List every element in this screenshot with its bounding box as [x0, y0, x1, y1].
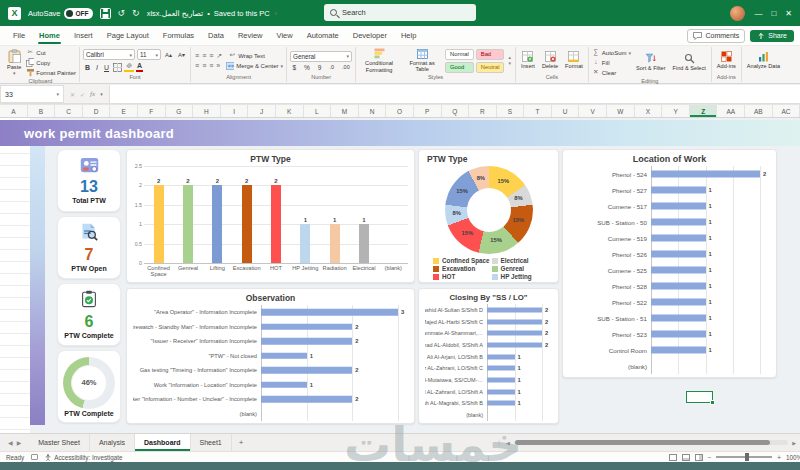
- document-title[interactable]: تصاريح العمل.xlsx • Saved to this PC ∨: [147, 9, 278, 18]
- observation-chart[interactable]: Observation"Area Operator" - Information…: [126, 288, 415, 424]
- column-header-L[interactable]: L: [304, 105, 332, 117]
- decrease-decimal-button[interactable]: .00: [340, 64, 352, 70]
- search-input[interactable]: Search: [324, 4, 476, 21]
- bar-gas-testing-timeing-information-incomplete[interactable]: [261, 367, 352, 374]
- column-header-A[interactable]: A: [0, 105, 28, 117]
- legend-item-hp-jetting[interactable]: HP Jetting: [492, 273, 548, 280]
- align-right-button[interactable]: ≡: [208, 62, 213, 69]
- column-header-Y[interactable]: Y: [662, 105, 690, 117]
- shrink-font-button[interactable]: A▾: [176, 51, 187, 58]
- tab-insert[interactable]: Insert: [67, 28, 100, 43]
- column-header-N[interactable]: N: [359, 105, 387, 117]
- scroll-track[interactable]: [514, 440, 788, 445]
- bar-cumene-525[interactable]: [651, 267, 706, 274]
- cancel-icon[interactable]: ✕: [70, 91, 75, 98]
- comma-style-button[interactable]: 9: [316, 64, 324, 71]
- kpi-card-ptw-complete-3[interactable]: 46%PTW Complete: [57, 350, 121, 423]
- legend-item-lifting[interactable]: Lifting: [433, 281, 490, 283]
- column-header-E[interactable]: E: [110, 105, 138, 117]
- column-header-P[interactable]: P: [414, 105, 442, 117]
- sheet-nav-left-icon[interactable]: ◀: [8, 439, 13, 446]
- bar-abdulaziz-al-zahrani-lo-shift-c[interactable]: [487, 366, 515, 371]
- legend-item-electrical[interactable]: Electrical: [492, 257, 548, 264]
- align-left-button[interactable]: ≡: [194, 62, 199, 69]
- bar-area-operator-information-incomplete[interactable]: [261, 309, 398, 316]
- insert-function-icon[interactable]: fx: [90, 90, 95, 98]
- bar-alammate-al-shammari[interactable]: [487, 331, 542, 336]
- format-cells-button[interactable]: Format: [563, 51, 585, 69]
- font-name-select[interactable]: Calibri▾: [83, 49, 135, 60]
- column-header-F[interactable]: F: [138, 105, 166, 117]
- ptw-type-donut-chart[interactable]: PTW Type15%8%15%15%15%8%15%8%Confined Sp…: [418, 149, 559, 283]
- column-header-O[interactable]: O: [386, 105, 414, 117]
- analyze-data-button[interactable]: Analyze Data: [745, 51, 782, 69]
- style-normal[interactable]: Normal: [445, 49, 474, 60]
- bar-confined-space[interactable]: [154, 185, 164, 263]
- zoom-slider-thumb[interactable]: [745, 453, 749, 461]
- close-button[interactable]: ✕: [785, 9, 792, 18]
- share-button[interactable]: Share: [750, 30, 794, 42]
- kpi-card-ptw-complete-2[interactable]: 6PTW Complete: [57, 283, 121, 346]
- legend-item-genreal[interactable]: Genreal: [492, 265, 548, 272]
- orientation-button[interactable]: ↗: [215, 52, 222, 59]
- insert-cells-button[interactable]: Insert: [519, 51, 537, 69]
- kpi-card-ptw-open-1[interactable]: 7PTW Open: [57, 216, 121, 279]
- align-bottom-button[interactable]: ≡: [208, 52, 213, 59]
- column-header-X[interactable]: X: [635, 105, 663, 117]
- tab-automate[interactable]: Automate: [300, 28, 346, 43]
- underline-button[interactable]: U: [102, 64, 111, 71]
- column-header-S[interactable]: S: [497, 105, 525, 117]
- sheet-nav-right-icon[interactable]: ▶: [17, 439, 22, 446]
- zoom-out-button[interactable]: −: [708, 454, 712, 461]
- left-grid-cells[interactable]: [0, 118, 30, 433]
- bold-button[interactable]: B: [83, 64, 92, 71]
- zoom-in-button[interactable]: +: [777, 454, 781, 461]
- indent-button[interactable]: »: [215, 62, 220, 69]
- page-layout-view-button[interactable]: [682, 454, 690, 461]
- name-box[interactable]: 33▾: [0, 85, 64, 103]
- sheet-tab-sheet1[interactable]: Sheet1: [191, 434, 232, 451]
- bar-cumene-517[interactable]: [651, 203, 706, 210]
- page-break-view-button[interactable]: [695, 454, 703, 461]
- bar-abdullah-al-magrabi-s-shift-b[interactable]: [487, 401, 515, 406]
- column-header-C[interactable]: C: [55, 105, 83, 117]
- bar-phenol-524[interactable]: [651, 171, 760, 178]
- column-header-R[interactable]: R: [469, 105, 497, 117]
- macro-record-icon[interactable]: [31, 454, 38, 460]
- bar-work-information-location-incomplete[interactable]: [261, 382, 307, 389]
- format-as-table-button[interactable]: Format as Table: [402, 49, 442, 72]
- column-header-W[interactable]: W: [607, 105, 635, 117]
- tab-page-layout[interactable]: Page Layout: [100, 28, 156, 43]
- bar-phenol-528[interactable]: [651, 283, 706, 290]
- formula-input[interactable]: [110, 85, 800, 103]
- legend-item-hot[interactable]: HOT: [433, 273, 490, 280]
- bar-cumene-519[interactable]: [651, 235, 706, 242]
- bar-rashid-al-sultan-s-shift-d[interactable]: [487, 307, 542, 312]
- increase-decimal-button[interactable]: .0: [327, 64, 336, 70]
- copy-button[interactable]: Copy: [26, 58, 76, 67]
- bar-genreal[interactable]: [183, 185, 193, 263]
- ptw-type-bar-chart[interactable]: PTW Type00.511.522.522222111Confined Spa…: [126, 149, 415, 283]
- tab-review[interactable]: Review: [231, 28, 270, 43]
- legend-item-radiation[interactable]: Radiation: [492, 281, 548, 283]
- column-header-V[interactable]: V: [579, 105, 607, 117]
- bar-control-room[interactable]: [651, 347, 706, 354]
- column-header-Q[interactable]: Q: [442, 105, 470, 117]
- legend-item-confined-space[interactable]: Confined Space: [433, 257, 490, 264]
- number-format-select[interactable]: General▾: [290, 51, 352, 62]
- addins-button[interactable]: Add-ins: [715, 51, 738, 69]
- bar-phenol-526[interactable]: [651, 251, 706, 258]
- enter-icon[interactable]: ✓: [80, 91, 85, 98]
- zoom-slider[interactable]: [716, 456, 772, 458]
- conditional-formatting-button[interactable]: Conditional Formatting: [359, 48, 399, 72]
- bar-sultan-m-al-mutaiwea-ss-cum[interactable]: [487, 377, 515, 382]
- format-painter-button[interactable]: Format Painter: [26, 68, 76, 77]
- bar-majed-al-harbi-s-shift-c[interactable]: [487, 319, 542, 324]
- fill-button[interactable]: ↓Fill: [592, 58, 631, 67]
- legend-item-excavation[interactable]: Excavation: [433, 265, 490, 272]
- bar-fahad-al-zahranil-lo-shift-a[interactable]: [487, 389, 515, 394]
- bar-hot[interactable]: [271, 185, 281, 263]
- sheet-tab-dashboard[interactable]: Dashboard: [135, 434, 191, 451]
- donut-plot[interactable]: 15%8%15%15%15%8%15%8%: [445, 166, 533, 254]
- tab-file[interactable]: File: [6, 28, 32, 43]
